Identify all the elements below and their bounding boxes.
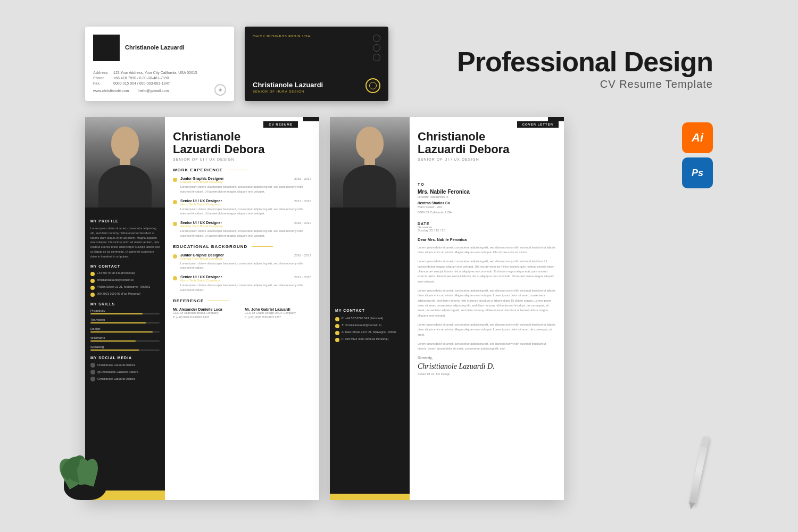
cl-recipient-name: Mrs. Nabile Feronica bbox=[418, 188, 556, 195]
documents-section: MY PROFILE Lorem ipsum dolor sit amet, c… bbox=[85, 117, 670, 500]
social-item-2: @Christianole Lazuardi Debora bbox=[90, 370, 160, 375]
cv-document: MY PROFILE Lorem ipsum dolor sit amet, c… bbox=[85, 117, 319, 500]
section-line-we bbox=[227, 170, 248, 170]
skills-heading: MY SKILLS bbox=[90, 302, 160, 306]
skill-bar-bg-3 bbox=[90, 340, 160, 342]
cl-recipient-title: Director Resources IT bbox=[418, 195, 556, 198]
cl-photo-person bbox=[330, 117, 410, 207]
cl-contact-3: A: Main Street 2117 21, Malvegne - 00067 bbox=[335, 330, 404, 335]
edu-item-1: Junior Graphic Designer 2016 - 2017 Gren… bbox=[173, 253, 311, 270]
bcd-tagline: CHICK BUSINESS RESIN USA bbox=[253, 35, 311, 38]
skill-design: Design bbox=[90, 327, 160, 332]
cv-name: Christianole Lazuardi Debora bbox=[173, 130, 311, 156]
bcd-logo-inner bbox=[369, 82, 377, 89]
work-exp-heading: WORK EXPERIENCE bbox=[173, 168, 311, 172]
bcd-circle-3 bbox=[373, 54, 380, 61]
contact-heading: MY CONTACT bbox=[90, 264, 160, 268]
bc-black-square bbox=[93, 35, 120, 61]
skill-speaking: Speaking bbox=[90, 345, 160, 351]
cl-title: SENIOR OF UI / UX DESIGN bbox=[418, 157, 556, 161]
bc-address-value: 123 Your Address, Your City California, … bbox=[113, 71, 197, 74]
cl-yellow-footer bbox=[330, 494, 410, 500]
contact-icon-1 bbox=[90, 272, 95, 276]
edu-dot-1 bbox=[173, 254, 177, 259]
cl-body-3: Lorem ipsum dolor sit amet, consectetur … bbox=[418, 288, 556, 318]
edu-content-2: Senior UI / UX Designer 2017 - 2018 Norm… bbox=[180, 275, 311, 292]
cl-contact-icon-3 bbox=[335, 331, 339, 335]
edu-item-2: Senior UI / UX Designer 2017 - 2018 Norm… bbox=[173, 275, 311, 292]
social-heading: My Social Media bbox=[90, 356, 160, 360]
cl-body-5: Lorem ipsum dolor sit amet, consectetur … bbox=[418, 342, 556, 352]
cl-person-body bbox=[343, 165, 396, 207]
cv-header-bar bbox=[303, 117, 319, 121]
cl-date-label: DATE bbox=[418, 222, 556, 226]
cl-name: Christianole Lazuardi Debora bbox=[418, 130, 556, 156]
skill-bar-bg-0 bbox=[90, 313, 160, 314]
cl-person-neck bbox=[364, 155, 375, 165]
skill-bar-bg-1 bbox=[90, 322, 160, 323]
cl-person-head bbox=[356, 127, 384, 160]
cl-document: My Contact P: +44 567 8790 343 (Personal… bbox=[330, 117, 564, 500]
cl-date-value: DecemberSunday 20 / 12 / 20 bbox=[418, 226, 556, 232]
social-item-3: Christianole Lazuardi Debora bbox=[90, 377, 160, 381]
contact-item-2: christianlazuardi@domain.io bbox=[90, 278, 160, 283]
bc-address-label: Address bbox=[93, 71, 109, 74]
contact-icon-2 bbox=[90, 279, 95, 283]
cl-header-bar bbox=[548, 117, 564, 121]
section-line-ref bbox=[208, 301, 229, 301]
bc-fax-value: 0000 015 004 / 000-003-003-1347 bbox=[113, 81, 170, 85]
bc-email: hello@yzmail.com bbox=[138, 89, 169, 93]
bcd-logo bbox=[365, 78, 380, 93]
cl-photo bbox=[330, 117, 410, 207]
cl-contact-4: F: 099 8923 3000 99 (Fax Personal) bbox=[335, 337, 404, 342]
exp-dot-3 bbox=[173, 222, 177, 226]
cl-signature: Christtianole Lazuardi D. bbox=[418, 362, 556, 371]
cl-contact-title: My Contact bbox=[335, 309, 404, 312]
sub-title: CV Resume Template bbox=[457, 78, 713, 90]
contact-icon-4 bbox=[90, 293, 95, 297]
skill-bar-fill-0 bbox=[90, 313, 143, 314]
social-icon-li bbox=[90, 377, 95, 381]
ai-badge: Ai bbox=[682, 122, 713, 153]
cl-contact-2: T: christianlazuardi@domain.io bbox=[335, 323, 404, 328]
cv-sidebar: MY PROFILE Lorem ipsum dolor sit amet, c… bbox=[85, 117, 165, 500]
cv-badge: CV RESUME bbox=[263, 121, 298, 128]
bc-logo-circle: ◉ bbox=[214, 84, 226, 96]
exp-item-1: Junior Graphic Designer 2016 - 2017 Gren… bbox=[173, 177, 311, 194]
social-icon-tw bbox=[90, 370, 95, 375]
plant-decoration bbox=[53, 463, 117, 516]
cl-contact-section: My Contact P: +44 567 8790 343 (Personal… bbox=[330, 207, 410, 494]
cv-photo bbox=[85, 117, 165, 207]
business-card-light: Christianole Lazuardi Address 123 Your A… bbox=[85, 27, 234, 101]
cl-body-1: Lorem ipsum dolor sit amet, consectetur … bbox=[418, 245, 556, 255]
skill-bar-bg-2 bbox=[90, 331, 160, 332]
skill-bar-fill-2 bbox=[90, 331, 153, 332]
contact-item-4: 099 8923 3000 99 (Fax Personal) bbox=[90, 292, 160, 297]
profile-text: Lorem ipsum dolor sit amet, consectetur … bbox=[90, 226, 160, 259]
contact-item-1: +44 567 8790 343 (Personal) bbox=[90, 271, 160, 276]
bcd-circle-2 bbox=[373, 44, 380, 52]
skill-proactivity: Proactivity bbox=[90, 309, 160, 314]
reference-heading: REFERENCE bbox=[173, 298, 311, 303]
cl-contact-icon-1 bbox=[335, 317, 339, 321]
skill-bar-bg-4 bbox=[90, 350, 160, 351]
edu-content-1: Junior Graphic Designer 2016 - 2017 Gren… bbox=[180, 253, 311, 270]
reference-grid: Mr. Alexander Danielle Luca CEO Of Xbama… bbox=[173, 307, 311, 319]
skill-teamwork: Teamwork bbox=[90, 318, 160, 323]
cl-body-4: Lorem ipsum dolor sit amet, consectetur … bbox=[418, 322, 556, 337]
skill-bar-fill-4 bbox=[90, 350, 139, 351]
social-item-1: Christianole Lazuardi Debora bbox=[90, 363, 160, 368]
education-heading: EDUCATIONAL BACKGROUND bbox=[173, 244, 311, 249]
bc-phone-value: +66 416 7890 / 0.00-00-461-7890 bbox=[113, 76, 169, 80]
bc-fax-label: Fax bbox=[93, 81, 109, 85]
section-line-edu bbox=[252, 246, 273, 247]
main-title: Professional Design bbox=[457, 48, 713, 76]
contact-item-3: 4 Main Street 21 21, Melbourne - 000661 bbox=[90, 285, 160, 290]
title-section: Professional Design CV Resume Template bbox=[457, 48, 713, 90]
exp-content-1: Junior Graphic Designer 2016 - 2017 Gren… bbox=[180, 177, 311, 194]
photo-person bbox=[85, 117, 165, 207]
exp-dot-2 bbox=[173, 200, 177, 204]
business-card-dark: CHICK BUSINESS RESIN USA Christianole La… bbox=[245, 27, 388, 101]
bcd-title: SENIOR OF HURA DESIGN bbox=[253, 90, 323, 93]
exp-content-2: Senior UI / UX Designer 2017 - 2018 Norm… bbox=[180, 199, 311, 216]
